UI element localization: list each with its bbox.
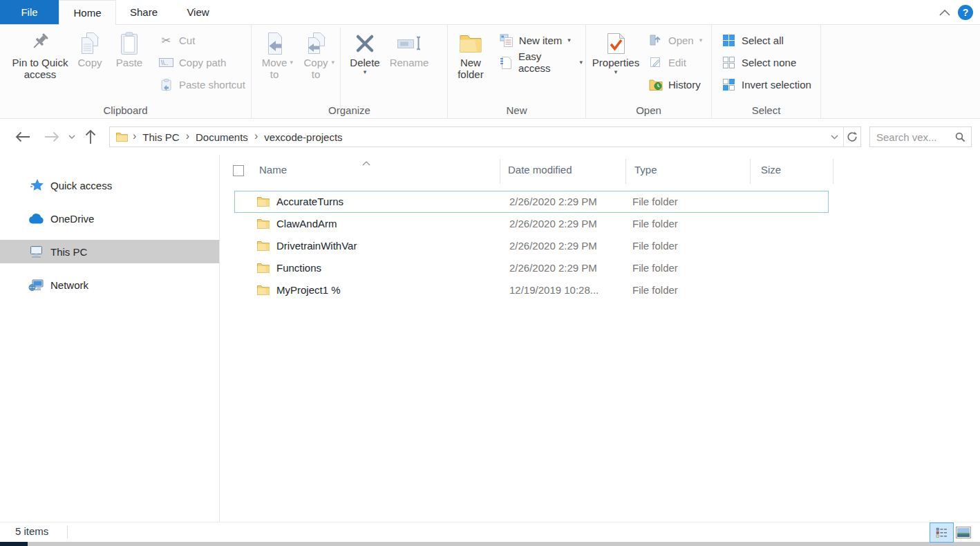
divider <box>750 159 751 184</box>
file-row-clawandarm[interactable]: ClawAndArm 2/26/2020 2:29 PM File folder <box>234 213 829 235</box>
group-label-open: Open <box>586 104 711 116</box>
new-folder-button[interactable]: New folder <box>449 25 492 80</box>
select-none-icon <box>722 57 736 68</box>
ribbon: Pin to Quick access Copy Paste ✂ Cut <box>0 25 980 119</box>
delete-button[interactable]: Delete ▾ <box>343 25 386 75</box>
back-button[interactable] <box>14 131 32 142</box>
breadcrumb-chevron-icon: › <box>181 130 194 144</box>
thumbnail-view-button[interactable] <box>954 523 972 543</box>
refresh-button[interactable] <box>843 127 860 147</box>
forward-icon <box>44 131 59 142</box>
svg-text:\\..: \\.. <box>161 59 168 66</box>
column-header-date-modified[interactable]: Date modified <box>508 164 572 176</box>
onedrive-icon <box>28 214 44 224</box>
dropdown-arrow-icon: ▾ <box>614 68 618 75</box>
dropdown-arrow-icon: ▾ <box>699 37 703 44</box>
tab-home[interactable]: Home <box>59 0 116 25</box>
ribbon-group-select: Select all Select none Invert selection … <box>712 25 821 118</box>
this-pc-icon <box>28 245 44 258</box>
divider <box>67 526 68 538</box>
copy-button[interactable]: Copy <box>70 25 109 68</box>
up-icon <box>85 129 96 144</box>
up-button[interactable] <box>82 129 100 144</box>
cut-button[interactable]: ✂ Cut <box>156 29 248 51</box>
item-count: 5 items <box>15 525 48 537</box>
file-row-myproject1[interactable]: MyProject1 % 12/19/2019 10:28... File fo… <box>234 279 829 301</box>
back-icon <box>15 131 30 142</box>
column-header-type[interactable]: Type <box>634 164 657 176</box>
breadcrumb-chevron-icon: › <box>249 130 263 144</box>
invert-selection-button[interactable]: Invert selection <box>719 73 814 95</box>
address-dropdown-button[interactable] <box>826 127 843 147</box>
sidebar-item-this-pc[interactable]: This PC <box>0 240 219 263</box>
column-headers: Name Date modified Type Size <box>220 158 980 184</box>
select-all-checkbox[interactable] <box>233 165 244 176</box>
properties-icon <box>607 30 625 57</box>
group-label-clipboard: Clipboard <box>0 104 251 116</box>
history-button[interactable]: History <box>646 73 705 95</box>
forward-button[interactable] <box>43 131 61 142</box>
breadcrumb-documents[interactable]: Documents <box>194 131 249 143</box>
column-header-size[interactable]: Size <box>761 164 781 176</box>
dropdown-arrow-icon: ▾ <box>331 59 334 66</box>
breadcrumb-current-folder[interactable]: vexcode-projects <box>263 131 343 143</box>
new-item-icon <box>499 34 513 47</box>
status-bar: 5 items <box>0 522 980 542</box>
select-none-button[interactable]: Select none <box>719 51 814 73</box>
copy-path-button[interactable]: \\.. Copy path <box>156 51 248 73</box>
open-icon <box>648 34 663 46</box>
address-folder-icon <box>115 132 128 142</box>
rename-icon <box>397 30 422 57</box>
new-folder-icon <box>460 30 482 57</box>
delete-icon <box>355 30 375 57</box>
group-label-organize: Organize <box>252 104 447 116</box>
paste-shortcut-button[interactable]: Paste shortcut <box>156 73 248 95</box>
open-button[interactable]: Open ▾ <box>646 29 705 51</box>
dropdown-arrow-icon: ▾ <box>567 37 571 44</box>
recent-locations-button[interactable] <box>66 135 77 139</box>
file-row-drivetrainwithvar[interactable]: DrivetrainWithVar 2/26/2020 2:29 PM File… <box>234 235 829 257</box>
edit-button[interactable]: Edit <box>646 51 705 73</box>
taskbar-edge-gray <box>28 542 980 546</box>
sidebar-item-quick-access[interactable]: Quick access <box>0 173 219 197</box>
folder-icon <box>257 218 270 231</box>
chevron-down-icon <box>831 135 838 140</box>
tab-file[interactable]: File <box>0 0 59 24</box>
minimize-ribbon-button[interactable] <box>934 3 955 21</box>
divider <box>500 159 500 184</box>
search-input[interactable] <box>870 131 952 143</box>
file-row-functions[interactable]: Functions 2/26/2020 2:29 PM File folder <box>234 257 829 279</box>
select-all-button[interactable]: Select all <box>719 29 814 51</box>
tab-share[interactable]: Share <box>116 0 171 24</box>
details-view-button[interactable] <box>930 523 954 543</box>
address-bar[interactable]: › This PC › Documents › vexcode-projects <box>109 126 861 147</box>
sidebar-item-network[interactable]: Network <box>0 273 219 296</box>
easy-access-button[interactable]: Easy access ▾ <box>496 51 585 73</box>
copy-to-icon <box>305 30 327 57</box>
paste-button[interactable]: Paste <box>109 25 149 68</box>
help-icon[interactable]: ? <box>958 5 973 20</box>
folder-icon <box>257 263 270 275</box>
tab-view[interactable]: View <box>171 0 225 24</box>
sort-ascending-icon <box>362 156 370 168</box>
quick-access-icon <box>28 178 44 192</box>
properties-button[interactable]: Properties ▾ <box>589 25 643 75</box>
sidebar-item-onedrive[interactable]: OneDrive <box>0 207 219 230</box>
paste-shortcut-icon <box>159 79 173 91</box>
move-to-button[interactable]: Move to ▾ <box>254 25 294 80</box>
column-header-name[interactable]: Name <box>259 164 287 176</box>
pin-to-quick-access-button[interactable]: Pin to Quick access <box>10 25 70 80</box>
new-item-button[interactable]: New item ▾ <box>496 29 585 51</box>
breadcrumb-this-pc[interactable]: This PC <box>141 131 180 143</box>
taskbar-edge <box>0 542 980 546</box>
file-row-accurateturns[interactable]: AccurateTurns 2/26/2020 2:29 PM File fol… <box>234 191 829 213</box>
chevron-down-icon <box>68 135 75 139</box>
folder-icon <box>257 196 270 209</box>
folder-icon <box>257 285 270 297</box>
ribbon-group-open: Properties ▾ Open ▾ Edit <box>586 25 712 118</box>
search-box <box>869 126 972 147</box>
copy-to-button[interactable]: Copy to ▾ <box>294 25 337 80</box>
dropdown-arrow-icon: ▾ <box>290 59 293 66</box>
group-label-select: Select <box>712 104 820 116</box>
rename-button[interactable]: Rename <box>386 25 432 68</box>
